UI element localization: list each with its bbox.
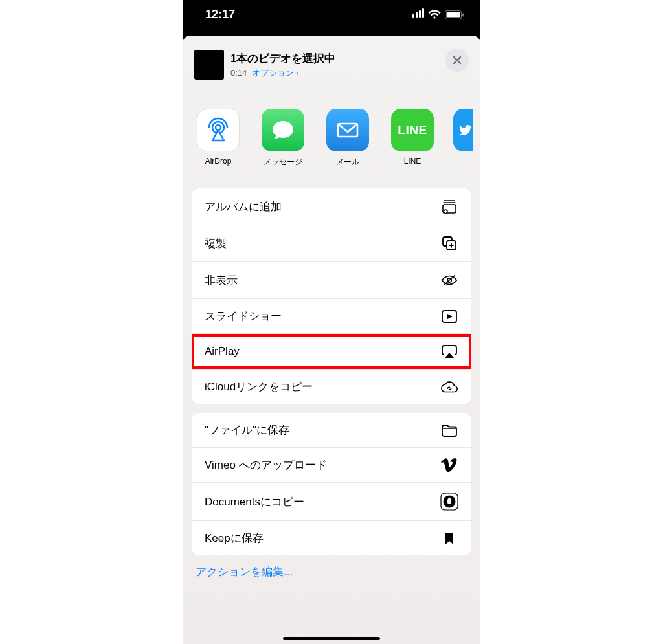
- airplay-icon: [440, 344, 458, 359]
- home-indicator[interactable]: [283, 637, 380, 640]
- action-save-to-files[interactable]: "ファイル"に保存: [192, 413, 471, 447]
- action-slideshow[interactable]: スライドショー: [192, 298, 471, 333]
- share-app-line[interactable]: LINE LINE: [388, 109, 436, 168]
- share-app-row[interactable]: AirDrop メッセージ メール LINE: [183, 94, 480, 179]
- cellular-signal-icon: [411, 8, 424, 21]
- status-time: 12:17: [205, 8, 235, 21]
- line-icon: LINE: [391, 109, 434, 151]
- duplicate-icon: [440, 235, 458, 252]
- actions-group-1: アルバムに追加 複製 非表示: [192, 188, 471, 404]
- action-upload-vimeo[interactable]: Vimeo へのアップロード: [192, 447, 471, 482]
- status-icons: [411, 8, 464, 21]
- status-bar: 12:17: [183, 0, 480, 29]
- video-thumbnail[interactable]: [194, 50, 224, 80]
- action-add-to-album[interactable]: アルバムに追加: [192, 188, 471, 225]
- battery-icon: [445, 10, 464, 19]
- vimeo-icon: [440, 458, 458, 472]
- twitter-icon: [453, 109, 473, 151]
- video-duration: 0:14: [230, 68, 247, 78]
- bookmark-icon: [440, 531, 458, 546]
- edit-actions-link[interactable]: アクションを編集...: [192, 555, 471, 579]
- messages-icon: [262, 109, 304, 151]
- chevron-right-icon: ›: [296, 68, 298, 78]
- svg-rect-2: [462, 13, 464, 16]
- action-copy-to-documents[interactable]: Documentsにコピー: [192, 482, 471, 520]
- share-app-airdrop[interactable]: AirDrop: [194, 109, 242, 168]
- actions-group-2: "ファイル"に保存 Vimeo へのアップロード Documentsにコピー: [192, 413, 471, 555]
- action-copy-icloud-link[interactable]: iCloudリンクをコピー: [192, 369, 471, 404]
- icloud-link-icon: [440, 380, 458, 394]
- action-duplicate[interactable]: 複製: [192, 225, 471, 261]
- phone-frame: 12:17 1本のビデオを選択中: [183, 0, 480, 644]
- hide-icon: [440, 272, 458, 289]
- close-icon: [452, 55, 462, 65]
- airdrop-icon: [197, 109, 240, 151]
- action-hide[interactable]: 非表示: [192, 261, 471, 298]
- sheet-header: 1本のビデオを選択中 0:14 オプション ›: [183, 36, 480, 94]
- folder-icon: [440, 423, 458, 438]
- documents-app-icon: [440, 493, 458, 511]
- actions-scroll[interactable]: アルバムに追加 複製 非表示: [183, 179, 480, 644]
- add-to-album-icon: [440, 198, 458, 215]
- share-sheet: 1本のビデオを選択中 0:14 オプション ›: [183, 36, 480, 644]
- mail-icon: [326, 109, 369, 151]
- sheet-title: 1本のビデオを選択中: [230, 51, 335, 66]
- share-app-twitter-partial[interactable]: T: [453, 109, 473, 168]
- action-airplay[interactable]: AirPlay: [192, 333, 471, 369]
- slideshow-icon: [440, 309, 458, 324]
- wifi-icon: [428, 10, 441, 19]
- options-link[interactable]: オプション ›: [252, 68, 299, 78]
- share-app-mail[interactable]: メール: [324, 109, 372, 168]
- header-texts: 1本のビデオを選択中 0:14 オプション ›: [230, 51, 335, 79]
- share-app-messages[interactable]: メッセージ: [259, 109, 307, 168]
- svg-rect-1: [447, 12, 460, 17]
- close-button[interactable]: [445, 49, 469, 72]
- action-save-to-keep[interactable]: Keepに保存: [192, 520, 471, 555]
